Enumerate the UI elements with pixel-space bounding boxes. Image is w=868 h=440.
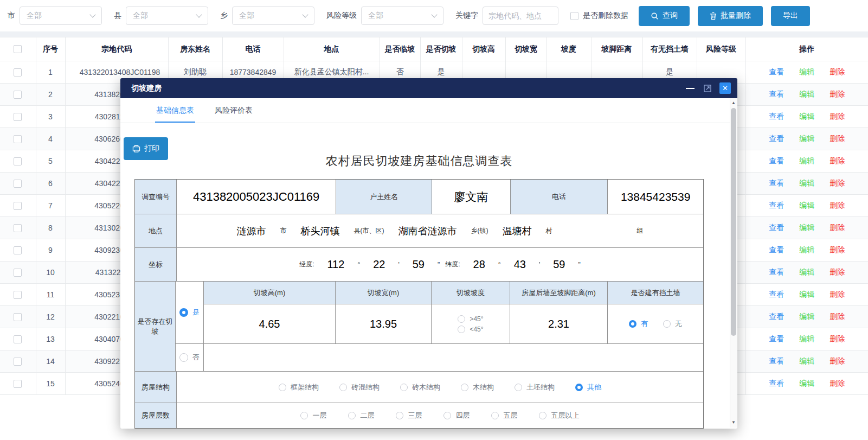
view-link[interactable]: 查看 — [769, 245, 784, 255]
delete-link[interactable]: 删除 — [830, 134, 845, 144]
tab-0[interactable]: 基础信息表 — [155, 98, 195, 123]
delete-link[interactable]: 删除 — [830, 245, 845, 255]
floors-option-1[interactable]: 二层 — [348, 411, 374, 420]
view-link[interactable]: 查看 — [769, 334, 784, 344]
minimize-icon[interactable] — [686, 88, 695, 89]
edit-link[interactable]: 编辑 — [799, 178, 814, 188]
close-icon[interactable]: ✕ — [719, 82, 731, 94]
row-checkbox[interactable] — [14, 68, 22, 76]
row-checkbox[interactable] — [14, 246, 22, 254]
delete-link[interactable]: 删除 — [830, 201, 845, 211]
row-checkbox[interactable] — [14, 202, 22, 210]
edit-link[interactable]: 编辑 — [799, 156, 814, 166]
delete-link[interactable]: 删除 — [830, 223, 845, 233]
delete-link[interactable]: 删除 — [830, 156, 845, 166]
structure-option-0[interactable]: 框架结构 — [279, 382, 319, 392]
retaining-wall-option-0[interactable]: 有 — [629, 319, 648, 329]
edit-link[interactable]: 编辑 — [799, 356, 814, 366]
row-checkbox[interactable] — [14, 180, 22, 188]
floors-option-4[interactable]: 五层 — [491, 411, 517, 420]
floors-option-0[interactable]: 一层 — [300, 411, 326, 420]
delete-link[interactable]: 删除 — [830, 312, 845, 322]
slope-degree-option-0[interactable]: >45° — [458, 315, 483, 323]
row-checkbox[interactable] — [14, 358, 22, 366]
delete-link[interactable]: 删除 — [830, 356, 845, 366]
view-link[interactable]: 查看 — [769, 201, 784, 211]
cut-slope-yes-radio[interactable]: 是 — [179, 308, 200, 317]
slope-degree-option-1[interactable]: <45° — [458, 326, 483, 333]
filter-select-2[interactable]: 全部 — [232, 7, 314, 25]
batch-delete-button[interactable]: 批量删除 — [698, 6, 763, 26]
row-checkbox[interactable] — [14, 157, 22, 165]
view-link[interactable]: 查看 — [769, 356, 784, 366]
row-checkbox[interactable] — [14, 380, 22, 388]
delete-data-checkbox[interactable] — [570, 12, 578, 20]
floors-option-5[interactable]: 五层以上 — [539, 411, 579, 420]
structure-option-3[interactable]: 木结构 — [461, 382, 494, 392]
export-button[interactable]: 导出 — [771, 6, 810, 26]
cell: 5 — [36, 150, 65, 173]
view-link[interactable]: 查看 — [769, 90, 784, 99]
view-link[interactable]: 查看 — [769, 290, 784, 299]
edit-link[interactable]: 编辑 — [799, 112, 814, 122]
view-link[interactable]: 查看 — [769, 312, 784, 322]
maximize-icon[interactable] — [704, 85, 711, 92]
row-checkbox[interactable] — [14, 91, 22, 99]
edit-link[interactable]: 编辑 — [799, 290, 814, 299]
floors-option-3[interactable]: 四层 — [443, 411, 470, 420]
row-checkbox[interactable] — [14, 135, 22, 143]
select-all-checkbox[interactable] — [14, 45, 22, 53]
cut-slope-no-radio[interactable]: 否 — [179, 353, 200, 362]
keyword-input[interactable] — [483, 7, 558, 25]
view-link[interactable]: 查看 — [769, 156, 784, 166]
scroll-up-icon[interactable]: ▲ — [730, 99, 737, 107]
delete-link[interactable]: 删除 — [830, 334, 845, 344]
scroll-down-icon[interactable]: ▼ — [730, 419, 737, 426]
filter-select-3[interactable]: 全部 — [361, 7, 443, 25]
edit-link[interactable]: 编辑 — [799, 312, 814, 322]
edit-link[interactable]: 编辑 — [799, 90, 814, 99]
filter-select-0[interactable]: 全部 — [20, 7, 102, 25]
delete-link[interactable]: 删除 — [830, 290, 845, 299]
edit-link[interactable]: 编辑 — [799, 245, 814, 255]
row-checkbox[interactable] — [14, 269, 22, 277]
delete-link[interactable]: 删除 — [830, 112, 845, 122]
edit-link[interactable]: 编辑 — [799, 201, 814, 211]
delete-link[interactable]: 删除 — [830, 267, 845, 277]
view-link[interactable]: 查看 — [769, 379, 784, 388]
location-value-2: 湖南省涟源市 — [398, 225, 456, 238]
row-checkbox[interactable] — [14, 313, 22, 321]
edit-link[interactable]: 编辑 — [799, 67, 814, 77]
edit-link[interactable]: 编辑 — [799, 379, 814, 388]
modal-scrollbar[interactable]: ▲ ▼ — [730, 98, 737, 428]
delete-link[interactable]: 删除 — [830, 90, 845, 99]
query-button[interactable]: 查询 — [639, 6, 690, 26]
view-link[interactable]: 查看 — [769, 134, 784, 144]
delete-link[interactable]: 删除 — [830, 178, 845, 188]
delete-link[interactable]: 删除 — [830, 67, 845, 77]
row-checkbox[interactable] — [14, 291, 22, 299]
view-link[interactable]: 查看 — [769, 178, 784, 188]
row-checkbox[interactable] — [14, 335, 22, 343]
edit-link[interactable]: 编辑 — [799, 134, 814, 144]
view-link[interactable]: 查看 — [769, 223, 784, 233]
view-link[interactable]: 查看 — [769, 67, 784, 77]
edit-link[interactable]: 编辑 — [799, 334, 814, 344]
edit-link[interactable]: 编辑 — [799, 267, 814, 277]
floors-option-2[interactable]: 三层 — [396, 411, 422, 420]
row-checkbox[interactable] — [14, 224, 22, 232]
view-link[interactable]: 查看 — [769, 112, 784, 122]
scrollbar-thumb[interactable] — [731, 108, 736, 336]
tab-1[interactable]: 风险评价表 — [214, 98, 254, 123]
structure-option-4[interactable]: 土坯结构 — [515, 382, 555, 392]
row-checkbox[interactable] — [14, 113, 22, 121]
edit-link[interactable]: 编辑 — [799, 223, 814, 233]
cell: 9 — [36, 239, 65, 262]
view-link[interactable]: 查看 — [769, 267, 784, 277]
structure-option-2[interactable]: 砖木结构 — [400, 382, 440, 392]
filter-select-1[interactable]: 全部 — [126, 7, 208, 25]
delete-link[interactable]: 删除 — [830, 379, 845, 388]
structure-option-5[interactable]: 其他 — [575, 382, 601, 392]
retaining-wall-option-1[interactable]: 无 — [663, 319, 682, 329]
structure-option-1[interactable]: 砖混结构 — [339, 382, 380, 392]
